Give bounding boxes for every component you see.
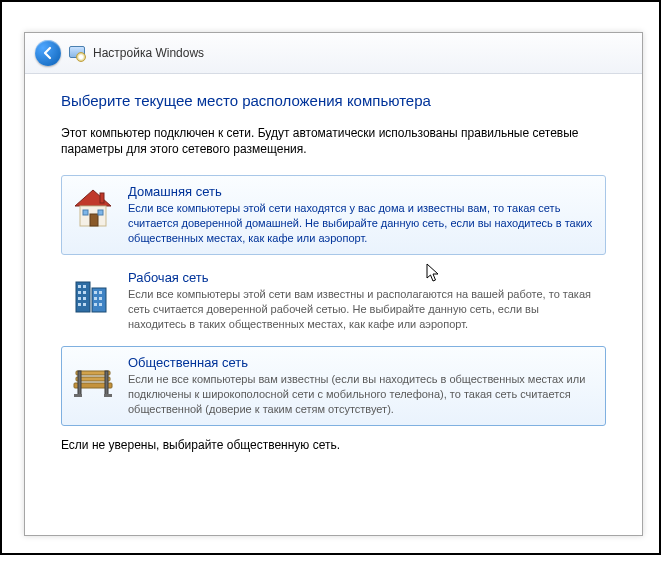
option-home-text: Домашняя сеть Если все компьютеры этой с…: [128, 184, 595, 246]
house-icon: [70, 186, 116, 232]
svg-rect-4: [98, 210, 103, 215]
svg-rect-13: [83, 297, 86, 300]
dialog-content: Выберите текущее место расположения комп…: [25, 74, 642, 535]
svg-rect-5: [100, 193, 104, 203]
option-public-title: Общественная сеть: [128, 355, 595, 370]
svg-rect-14: [78, 303, 81, 306]
option-home-title: Домашняя сеть: [128, 184, 595, 199]
svg-rect-9: [83, 285, 86, 288]
svg-rect-10: [78, 291, 81, 294]
svg-rect-16: [94, 291, 97, 294]
option-work-network[interactable]: Рабочая сеть Если все компьютеры этой се…: [61, 261, 606, 341]
svg-rect-11: [83, 291, 86, 294]
svg-rect-8: [78, 285, 81, 288]
option-work-text: Рабочая сеть Если все компьютеры этой се…: [128, 270, 595, 332]
option-public-desc: Если не все компьютеры вам известны (есл…: [128, 372, 595, 417]
intro-text: Этот компьютер подключен к сети. Будут а…: [61, 125, 606, 157]
option-public-text: Общественная сеть Если не все компьютеры…: [128, 355, 595, 417]
svg-rect-20: [94, 303, 97, 306]
option-work-title: Рабочая сеть: [128, 270, 595, 285]
svg-rect-12: [78, 297, 81, 300]
screenshot-frame: Настройка Windows Выберите текущее место…: [0, 0, 661, 555]
svg-rect-15: [83, 303, 86, 306]
option-work-desc: Если все компьютеры этой сети вам извест…: [128, 287, 595, 332]
office-buildings-icon: [70, 272, 116, 318]
back-arrow-icon: [41, 46, 55, 60]
footer-note: Если не уверены, выбирайте общественную …: [61, 438, 606, 452]
svg-rect-27: [74, 394, 82, 397]
option-home-desc: Если все компьютеры этой сети находятся …: [128, 201, 595, 246]
titlebar-text: Настройка Windows: [93, 46, 204, 60]
svg-rect-17: [99, 291, 102, 294]
svg-rect-18: [94, 297, 97, 300]
svg-rect-21: [99, 303, 102, 306]
svg-rect-25: [78, 371, 81, 395]
svg-rect-19: [99, 297, 102, 300]
svg-marker-0: [75, 190, 111, 206]
svg-rect-3: [83, 210, 88, 215]
svg-rect-28: [104, 394, 112, 397]
svg-rect-26: [105, 371, 108, 395]
windows-setup-icon: [69, 45, 85, 61]
back-button[interactable]: [35, 40, 61, 66]
park-bench-icon: [70, 357, 116, 403]
option-public-network[interactable]: Общественная сеть Если не все компьютеры…: [61, 346, 606, 426]
svg-rect-2: [90, 214, 98, 226]
option-home-network[interactable]: Домашняя сеть Если все компьютеры этой с…: [61, 175, 606, 255]
titlebar: Настройка Windows: [25, 33, 642, 74]
page-title: Выберите текущее место расположения комп…: [61, 92, 606, 109]
dialog-window: Настройка Windows Выберите текущее место…: [24, 32, 643, 536]
mouse-cursor-icon: [426, 263, 440, 283]
